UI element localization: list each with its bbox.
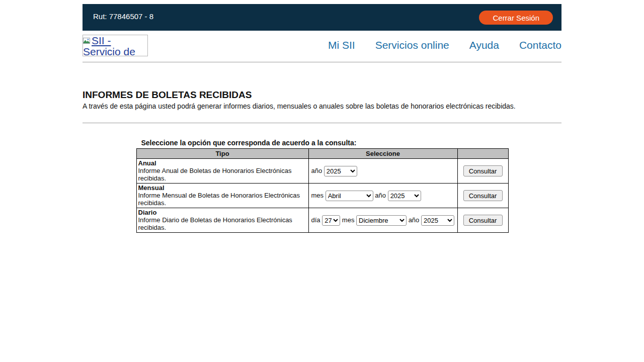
content-divider <box>83 123 561 123</box>
table-header-row: Tipo Seleccione <box>136 149 508 159</box>
nav-mi-sii[interactable]: Mi SII <box>328 39 355 51</box>
table-caption: Seleccione la opción que corresponda de … <box>141 139 508 147</box>
diario-tipo-cell: Diario Informe Diario de Boletas de Hono… <box>136 208 308 233</box>
diario-month-select[interactable]: Diciembre <box>356 215 407 226</box>
anual-select-cell: año 2025 <box>308 159 457 184</box>
site-header: SII - Servicio de Mi SII Servicios onlin… <box>83 31 561 62</box>
diario-select-cell: día 27 mes Diciembre año 2025 <box>308 208 457 233</box>
page-title: INFORMES DE BOLETAS RECIBIDAS <box>83 89 561 101</box>
diario-month-label: mes <box>342 216 355 224</box>
anual-type-label: Anual <box>138 159 156 167</box>
header-accion <box>457 149 508 159</box>
consulta-table: Tipo Seleccione Anual Informe Anual de B… <box>136 148 509 233</box>
mensual-tipo-cell: Mensual Informe Mensual de Boletas de Ho… <box>136 184 308 208</box>
diario-day-select[interactable]: 27 <box>322 215 340 226</box>
diario-year-select[interactable]: 2025 <box>421 215 454 226</box>
anual-year-select[interactable]: 2025 <box>324 166 357 176</box>
nav-contacto[interactable]: Contacto <box>519 39 561 51</box>
sii-logo-broken-image[interactable]: SII - Servicio de <box>83 35 148 56</box>
mensual-description: Informe Mensual de Boletas de Honorarios… <box>138 192 300 207</box>
diario-day-label: día <box>311 216 320 224</box>
mensual-year-select[interactable]: 2025 <box>388 191 421 201</box>
main-nav: Mi SII Servicios online Ayuda Contacto <box>328 39 561 51</box>
table-row-mensual: Mensual Informe Mensual de Boletas de Ho… <box>136 184 508 208</box>
anual-action-cell: Consultar <box>457 159 508 184</box>
session-topbar: Rut: 77846507 - 8 Cerrar Sesión <box>83 4 561 31</box>
mensual-month-label: mes <box>311 192 324 199</box>
table-row-diario: Diario Informe Diario de Boletas de Hono… <box>136 208 508 233</box>
logout-button[interactable]: Cerrar Sesión <box>479 11 553 25</box>
header-seleccione: Seleccione <box>308 149 457 159</box>
diario-year-label: año <box>409 216 420 224</box>
table-row-anual: Anual Informe Anual de Boletas de Honora… <box>136 159 508 184</box>
mensual-consultar-button[interactable]: Consultar <box>463 190 503 201</box>
rut-label: Rut: 77846507 - 8 <box>93 12 153 21</box>
broken-image-icon <box>83 37 91 45</box>
anual-year-label: año <box>311 167 323 174</box>
mensual-select-cell: mes Abril año 2025 <box>308 184 457 208</box>
header-tipo: Tipo <box>136 149 308 159</box>
mensual-action-cell: Consultar <box>457 184 508 208</box>
page-container: Rut: 77846507 - 8 Cerrar Sesión SII - Se… <box>83 4 561 233</box>
diario-action-cell: Consultar <box>457 208 508 233</box>
mensual-year-label: año <box>375 192 386 199</box>
diario-description: Informe Diario de Boletas de Honorarios … <box>138 216 292 231</box>
anual-tipo-cell: Anual Informe Anual de Boletas de Honora… <box>136 159 308 184</box>
header-divider <box>83 62 561 62</box>
anual-description: Informe Anual de Boletas de Honorarios E… <box>138 167 292 182</box>
page-description: A través de esta página usted podrá gene… <box>83 102 561 110</box>
diario-consultar-button[interactable]: Consultar <box>463 215 503 226</box>
nav-ayuda[interactable]: Ayuda <box>469 39 499 51</box>
anual-consultar-button[interactable]: Consultar <box>463 165 503 176</box>
diario-type-label: Diario <box>138 209 157 216</box>
nav-servicios-online[interactable]: Servicios online <box>375 39 449 51</box>
mensual-type-label: Mensual <box>138 184 165 192</box>
consulta-section: Seleccione la opción que corresponda de … <box>136 139 508 233</box>
mensual-month-select[interactable]: Abril <box>326 191 373 201</box>
